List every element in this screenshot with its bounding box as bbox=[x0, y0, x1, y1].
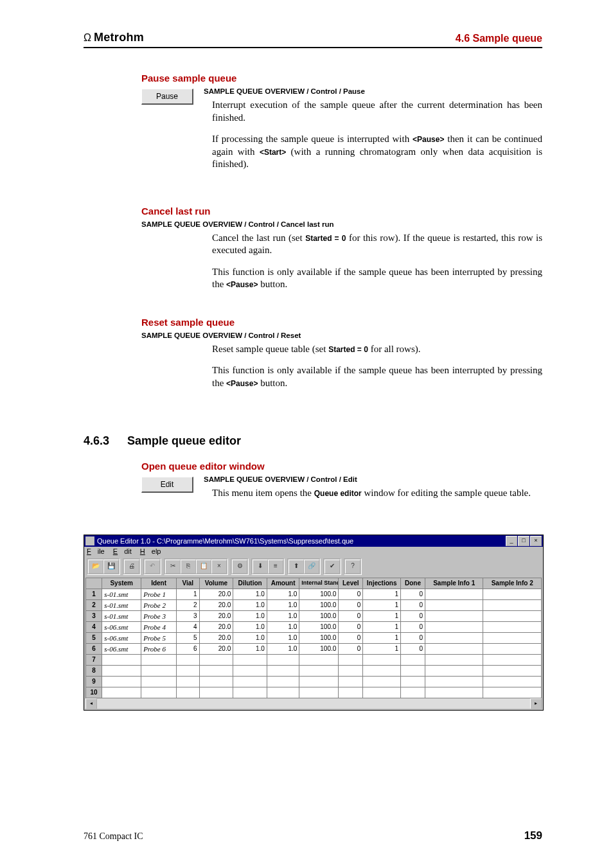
breadcrumb-open: SAMPLE QUEUE OVERVIEW / Control / Edit bbox=[141, 475, 542, 483]
print-icon[interactable]: 🖨 bbox=[124, 560, 139, 574]
section-pause: Pause sample queue Pause SAMPLE QUEUE OV… bbox=[141, 73, 542, 180]
col-vial[interactable]: Vial bbox=[176, 578, 199, 589]
toolbar: 📂 💾 🖨 ↶ ✂ ⎘ 📋 × ⚙ ⬇ ≡ ⬆ bbox=[84, 556, 543, 578]
brand-name: Metrohm bbox=[94, 31, 144, 44]
col-amount[interactable]: Amount bbox=[267, 578, 299, 589]
col-level[interactable]: Level bbox=[339, 578, 363, 589]
heading-number: 4.6.3 bbox=[84, 434, 109, 448]
menu-edit[interactable]: Edit bbox=[113, 547, 132, 555]
undo-icon[interactable]: ↶ bbox=[145, 560, 160, 574]
heading-open: Open queue editor window bbox=[141, 461, 542, 472]
help-icon[interactable]: ? bbox=[345, 560, 360, 574]
col-injections[interactable]: Injections bbox=[363, 578, 401, 589]
pause-button-illustration: Pause bbox=[141, 89, 193, 105]
app-icon bbox=[85, 536, 94, 545]
link-icon[interactable]: 🔗 bbox=[304, 560, 319, 574]
settings-icon[interactable]: ⚙ bbox=[232, 560, 247, 574]
delete-icon[interactable]: × bbox=[211, 560, 227, 574]
page-footer: 761 Compact IC 159 bbox=[84, 829, 542, 842]
col-internal-standard-amount[interactable]: Internal Standard Amount bbox=[299, 578, 339, 589]
footer-product: 761 Compact IC bbox=[84, 831, 143, 842]
window-title: Queue Editor 1.0 - C:\Programme\Metrohm\… bbox=[97, 537, 506, 545]
breadcrumb-cancel: SAMPLE QUEUE OVERVIEW / Control / Cancel… bbox=[141, 220, 542, 228]
table-row[interactable]: 10 bbox=[86, 687, 542, 698]
move-up-icon[interactable]: ⬆ bbox=[289, 560, 304, 574]
breadcrumb-reset: SAMPLE QUEUE OVERVIEW / Control / Reset bbox=[141, 332, 542, 339]
col-sample-info-1[interactable]: Sample Info 1 bbox=[425, 578, 483, 589]
table-row[interactable]: 5s-06.smtProbe 5520.01.01.0100.0010 bbox=[86, 632, 542, 643]
scroll-right-icon[interactable]: ▸ bbox=[530, 698, 542, 709]
page-header: Ω Metrohm 4.6 Sample queue bbox=[84, 31, 542, 48]
col-rownum[interactable] bbox=[86, 578, 102, 589]
heading-reset: Reset sample queue bbox=[141, 317, 542, 328]
scroll-left-icon[interactable]: ◂ bbox=[85, 698, 97, 709]
heading-pause: Pause sample queue bbox=[141, 73, 542, 84]
table-row[interactable]: 6s-06.smtProbe 6620.01.01.0100.0010 bbox=[86, 643, 542, 654]
footer-page-number: 159 bbox=[524, 829, 542, 842]
heading-title: Sample queue editor bbox=[127, 434, 241, 448]
col-done[interactable]: Done bbox=[401, 578, 425, 589]
table-row[interactable]: 3s-01.smtProbe 3320.01.01.0100.0010 bbox=[86, 610, 542, 621]
brand-icon: Ω bbox=[84, 32, 91, 44]
table-row[interactable]: 4s-06.smtProbe 4420.01.01.0100.0010 bbox=[86, 621, 542, 632]
horizontal-scrollbar[interactable]: ◂ ▸ bbox=[85, 698, 542, 709]
grid-header-row: System Ident Vial Volume Dilution Amount… bbox=[86, 578, 542, 589]
section-open-editor: Open queue editor window Edit SAMPLE QUE… bbox=[141, 461, 542, 509]
section-cancel: Cancel last run SAMPLE QUEUE OVERVIEW / … bbox=[141, 206, 542, 291]
table-row[interactable]: 1s-01.smtProbe 1120.01.01.0100.0010 bbox=[86, 589, 542, 599]
table-row[interactable]: 9 bbox=[86, 676, 542, 687]
col-sample-info-2[interactable]: Sample Info 2 bbox=[483, 578, 542, 589]
scroll-track[interactable] bbox=[97, 698, 530, 709]
table-row[interactable]: 2s-01.smtProbe 2220.01.01.0100.0010 bbox=[86, 599, 542, 610]
minimize-button[interactable]: _ bbox=[506, 536, 517, 546]
menu-help[interactable]: Help bbox=[140, 547, 161, 555]
col-ident[interactable]: Ident bbox=[141, 578, 177, 589]
col-system[interactable]: System bbox=[102, 578, 141, 589]
table-row[interactable]: 8 bbox=[86, 665, 542, 676]
menubar: File Edit Help bbox=[84, 547, 543, 556]
sample-queue-grid[interactable]: System Ident Vial Volume Dilution Amount… bbox=[85, 578, 542, 698]
rows-icon[interactable]: ≡ bbox=[268, 560, 283, 574]
maximize-button[interactable]: □ bbox=[518, 536, 529, 546]
pause-para-2: If processing the sample queue is interr… bbox=[212, 133, 542, 171]
move-down-icon[interactable]: ⬇ bbox=[253, 560, 268, 574]
grid-wrap: System Ident Vial Volume Dilution Amount… bbox=[85, 578, 542, 709]
col-dilution[interactable]: Dilution bbox=[233, 578, 267, 589]
reset-para-1: Reset sample queue table (set Started = … bbox=[212, 343, 542, 356]
brand: Ω Metrohm bbox=[84, 31, 144, 44]
save-icon[interactable]: 💾 bbox=[103, 560, 119, 574]
section-reference: 4.6 Sample queue bbox=[456, 33, 542, 44]
open-icon[interactable]: 📂 bbox=[88, 560, 103, 574]
cut-icon[interactable]: ✂ bbox=[165, 560, 181, 574]
copy-icon[interactable]: ⎘ bbox=[181, 560, 196, 574]
reset-para-2: This function is only available if the s… bbox=[212, 364, 542, 389]
window-titlebar[interactable]: Queue Editor 1.0 - C:\Programme\Metrohm\… bbox=[84, 535, 543, 547]
cancel-para-1: Cancel the last run (set Started = 0 for… bbox=[212, 232, 542, 257]
edit-button-illustration: Edit bbox=[141, 477, 193, 493]
check-icon[interactable]: ✔ bbox=[324, 560, 340, 574]
menu-file[interactable]: File bbox=[87, 547, 105, 555]
heading-major: 4.6.3 Sample queue editor bbox=[84, 434, 542, 448]
section-reset: Reset sample queue SAMPLE QUEUE OVERVIEW… bbox=[141, 317, 542, 390]
breadcrumb-pause: SAMPLE QUEUE OVERVIEW / Control / Pause bbox=[141, 87, 542, 95]
pause-para-1: Interrupt execution of the sample queue … bbox=[212, 99, 542, 124]
paste-icon[interactable]: 📋 bbox=[196, 560, 211, 574]
open-para-1: This menu item opens the Queue editor wi… bbox=[212, 487, 542, 500]
table-row[interactable]: 7 bbox=[86, 654, 542, 665]
close-button[interactable]: × bbox=[530, 536, 542, 546]
col-volume[interactable]: Volume bbox=[199, 578, 233, 589]
cancel-para-2: This function is only available if the s… bbox=[212, 266, 542, 291]
queue-editor-window: Queue Editor 1.0 - C:\Programme\Metrohm\… bbox=[84, 535, 544, 711]
heading-cancel: Cancel last run bbox=[141, 206, 542, 217]
